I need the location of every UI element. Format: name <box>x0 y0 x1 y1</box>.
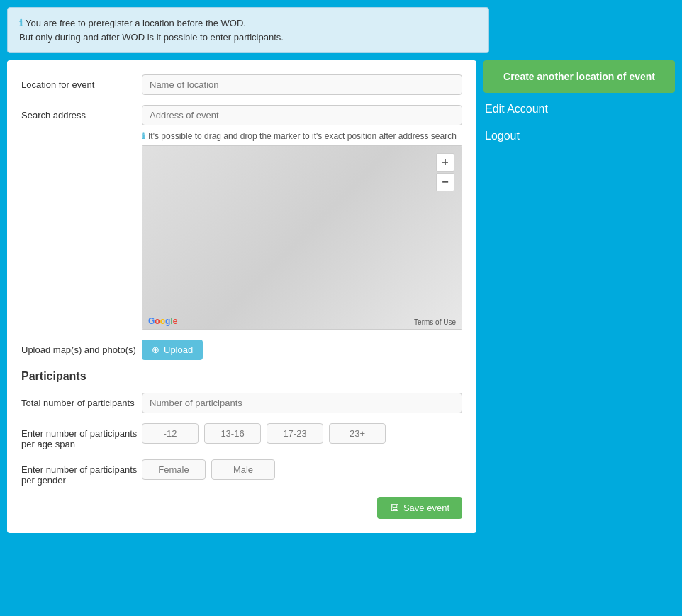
map-controls: + − <box>436 153 454 191</box>
age-span-row: Enter number of participants per age spa… <box>21 423 462 449</box>
upload-btn-label: Upload <box>164 345 193 355</box>
participants-section-title: Participants <box>21 370 462 383</box>
logout-link[interactable]: Logout <box>483 125 675 147</box>
right-sidebar: Create another location of event Edit Ac… <box>483 60 675 147</box>
total-participants-row: Total number of participants <box>21 393 462 413</box>
age-inputs-group <box>142 423 462 444</box>
gender-row: Enter number of participants per gender <box>21 459 462 486</box>
map-background <box>142 146 462 329</box>
location-label: Location for event <box>21 74 142 90</box>
gender-label: Enter number of participants per gender <box>21 459 142 486</box>
gender-inputs-group <box>142 459 462 480</box>
age-input-0[interactable] <box>142 423 199 444</box>
info-banner-line1: You are free to preregister a location b… <box>26 18 246 28</box>
save-row: 🖫 Save event <box>21 497 462 519</box>
gender-input-male[interactable] <box>211 459 275 480</box>
map-footer: Google <box>148 316 177 326</box>
info-banner: ℹYou are free to preregister a location … <box>7 7 489 53</box>
upload-row: Upload map(s) and photo(s) ⊕ Upload <box>21 340 462 360</box>
search-address-label: Search address <box>21 105 142 121</box>
save-event-button[interactable]: 🖫 Save event <box>377 497 462 519</box>
save-label: Save event <box>403 503 449 513</box>
upload-icon: ⊕ <box>152 345 160 355</box>
hint-info-icon: ℹ <box>142 131 145 141</box>
location-input[interactable] <box>142 74 462 95</box>
hint-description: It's possible to drag and drop the marke… <box>148 131 457 141</box>
map-zoom-in-button[interactable]: + <box>436 153 454 172</box>
age-input-2[interactable] <box>267 423 323 444</box>
google-logo: Google <box>148 316 177 326</box>
search-address-row: Search address ℹ It's possible to drag a… <box>21 105 462 330</box>
upload-button[interactable]: ⊕ Upload <box>142 340 203 360</box>
map-zoom-out-button[interactable]: − <box>436 173 454 191</box>
address-input[interactable] <box>142 105 462 125</box>
total-participants-label: Total number of participants <box>21 393 142 408</box>
info-icon: ℹ <box>19 18 23 28</box>
hint-text: ℹ It's possible to drag and drop the mar… <box>142 131 462 141</box>
edit-account-link[interactable]: Edit Account <box>483 99 675 120</box>
age-input-3[interactable] <box>329 423 386 444</box>
map-terms: Terms of Use <box>414 318 456 326</box>
age-input-1[interactable] <box>204 423 261 444</box>
create-location-button[interactable]: Create another location of event <box>483 60 675 93</box>
location-row: Location for event <box>21 74 462 95</box>
age-span-label: Enter number of participants per age spa… <box>21 423 142 449</box>
map-container: + − Google Terms of Use <box>142 145 462 330</box>
info-banner-line2: But only during and after WOD is it poss… <box>19 32 284 43</box>
gender-input-female[interactable] <box>142 459 206 480</box>
save-icon: 🖫 <box>390 503 399 513</box>
form-panel: Location for event Search address ℹ It's… <box>7 60 476 533</box>
upload-label: Upload map(s) and photo(s) <box>21 340 142 355</box>
total-participants-input[interactable] <box>142 393 462 413</box>
